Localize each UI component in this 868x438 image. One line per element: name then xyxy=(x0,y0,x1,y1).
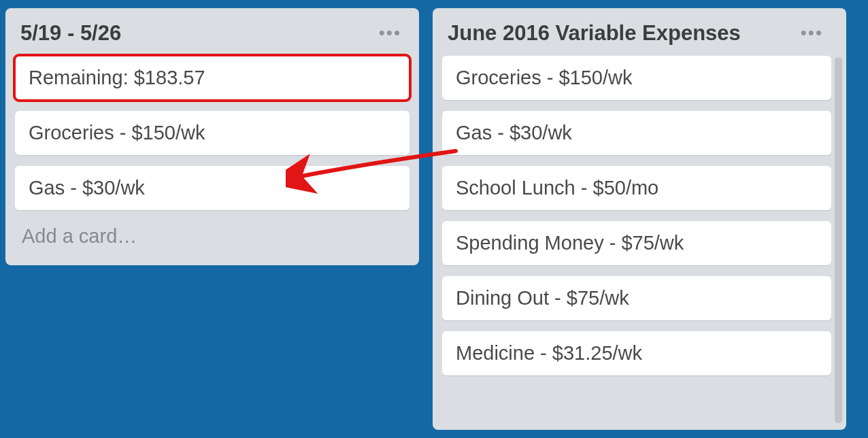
card-spending-money[interactable]: Spending Money - $75/wk xyxy=(442,221,831,265)
cards-container: Remaining: $183.57 Groceries - $150/wk G… xyxy=(15,56,410,210)
list-header: 5/19 - 5/26 ••• xyxy=(15,18,410,56)
list-month: June 2016 Variable Expenses ••• Grocerie… xyxy=(433,8,846,430)
board: 5/19 - 5/26 ••• Remaining: $183.57 Groce… xyxy=(0,0,868,438)
cards-container: Groceries - $150/wk Gas - $30/wk School … xyxy=(442,56,831,375)
list-header: June 2016 Variable Expenses ••• xyxy=(442,18,831,56)
card-remaining[interactable]: Remaining: $183.57 xyxy=(15,56,410,100)
list-menu-icon[interactable]: ••• xyxy=(376,28,404,39)
card-school-lunch[interactable]: School Lunch - $50/mo xyxy=(442,166,831,210)
card-gas[interactable]: Gas - $30/wk xyxy=(15,166,410,210)
card-medicine[interactable]: Medicine - $31.25/wk xyxy=(442,331,831,375)
card-gas[interactable]: Gas - $30/wk xyxy=(442,111,831,155)
list-title[interactable]: 5/19 - 5/26 xyxy=(20,22,121,45)
list-wrap-month: June 2016 Variable Expenses ••• Grocerie… xyxy=(433,8,846,430)
list-wrap-week: 5/19 - 5/26 ••• Remaining: $183.57 Groce… xyxy=(5,8,419,430)
list-title[interactable]: June 2016 Variable Expenses xyxy=(448,22,741,45)
add-card-button[interactable]: Add a card… xyxy=(15,210,410,260)
scrollbar[interactable] xyxy=(835,57,842,423)
card-dining-out[interactable]: Dining Out - $75/wk xyxy=(442,276,831,320)
list-menu-icon[interactable]: ••• xyxy=(798,28,826,39)
list-week: 5/19 - 5/26 ••• Remaining: $183.57 Groce… xyxy=(5,8,419,265)
card-groceries[interactable]: Groceries - $150/wk xyxy=(442,56,831,100)
card-groceries[interactable]: Groceries - $150/wk xyxy=(15,111,410,155)
